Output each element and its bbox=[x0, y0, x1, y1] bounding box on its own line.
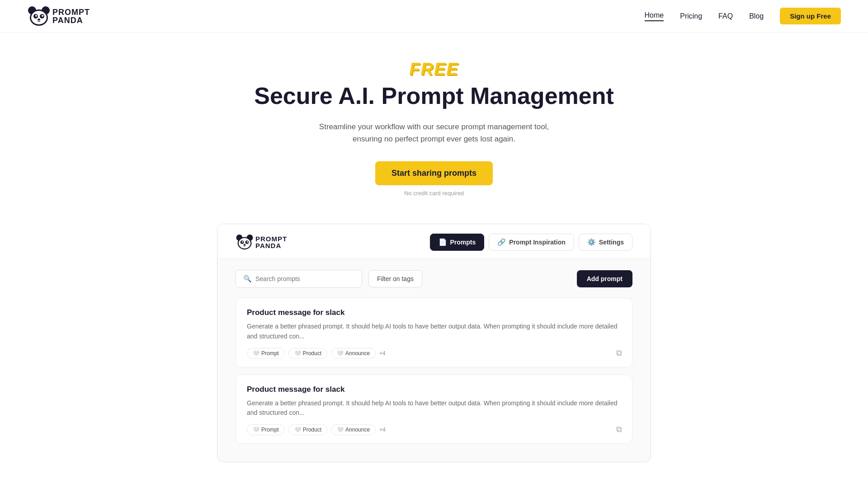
copy-prompt-button[interactable]: ⧉ bbox=[616, 425, 622, 434]
tag-announce-emoji: 🤍 bbox=[337, 350, 344, 357]
inspiration-icon: 🔗 bbox=[497, 238, 506, 246]
hero-title: Secure A.I. Prompt Management bbox=[254, 83, 614, 110]
tab-prompts[interactable]: 📄 Prompts bbox=[430, 234, 485, 251]
svg-point-16 bbox=[247, 241, 248, 243]
settings-icon: ⚙️ bbox=[587, 238, 596, 246]
tag-prompt-emoji: 🤍 bbox=[253, 427, 259, 433]
app-toolbar: 🔍 Filter on tags Add prompt bbox=[236, 270, 632, 288]
hero-section: FREE Secure A.I. Prompt Management Strea… bbox=[0, 33, 868, 215]
tag-announce-emoji: 🤍 bbox=[337, 427, 344, 433]
nav-links: Home Pricing FAQ Blog Sign up Free bbox=[645, 8, 841, 24]
prompt-card: Product message for slack Generate a bet… bbox=[236, 298, 632, 367]
hero-cta-button[interactable]: Start sharing prompts bbox=[375, 161, 493, 185]
tag-product: 🤍 Product bbox=[288, 348, 327, 359]
search-input[interactable] bbox=[255, 275, 354, 282]
tag-product-emoji: 🤍 bbox=[294, 427, 301, 433]
app-preview: PROMPT PANDA 📄 Prompts 🔗 Prompt Inspirat… bbox=[217, 224, 651, 462]
tag-product-label: Product bbox=[303, 350, 321, 357]
nav-link-blog[interactable]: Blog bbox=[749, 12, 764, 20]
prompt-card-desc: Generate a better phrased prompt. It sho… bbox=[247, 322, 621, 341]
app-logo-bottom: PANDA bbox=[255, 242, 287, 249]
app-logo-top: PROMPT bbox=[255, 235, 287, 242]
tag-announce: 🤍 Announce bbox=[331, 348, 376, 359]
tag-prompt-label: Prompt bbox=[261, 427, 279, 433]
svg-point-7 bbox=[42, 15, 43, 17]
app-panda-logo-icon bbox=[236, 233, 254, 251]
prompt-card-desc: Generate a better phrased prompt. It sho… bbox=[247, 399, 621, 418]
search-container[interactable]: 🔍 bbox=[236, 270, 362, 288]
main-nav: PROMPT PANDA Home Pricing FAQ Blog Sign … bbox=[0, 0, 868, 33]
tag-prompt-emoji: 🤍 bbox=[253, 350, 259, 357]
signup-button[interactable]: Sign up Free bbox=[780, 8, 841, 24]
tag-announce: 🤍 Announce bbox=[331, 424, 376, 435]
tag-prompt-label: Prompt bbox=[261, 350, 279, 357]
svg-point-12 bbox=[239, 238, 250, 249]
nav-logo-top: PROMPT bbox=[52, 8, 90, 16]
prompt-card: Product message for slack Generate a bet… bbox=[236, 375, 632, 444]
nav-link-faq[interactable]: FAQ bbox=[718, 12, 733, 20]
tag-product-label: Product bbox=[303, 427, 321, 433]
tag-more: +4 bbox=[379, 427, 386, 433]
tag-product-emoji: 🤍 bbox=[294, 350, 301, 357]
prompt-card-footer: 🤍 Prompt 🤍 Product 🤍 Announce +4 bbox=[247, 424, 621, 435]
copy-prompt-button[interactable]: ⧉ bbox=[616, 348, 622, 358]
tag-more: +4 bbox=[379, 350, 386, 357]
hero-no-cc-label: No credit card required bbox=[404, 190, 464, 197]
svg-point-6 bbox=[35, 15, 37, 17]
prompt-card-title: Product message for slack bbox=[247, 308, 621, 317]
tab-prompt-inspiration[interactable]: 🔗 Prompt Inspiration bbox=[489, 234, 574, 251]
copy-icon: ⧉ bbox=[616, 425, 622, 434]
tag-prompt: 🤍 Prompt bbox=[247, 348, 285, 359]
tag-announce-label: Announce bbox=[345, 427, 370, 433]
hero-free-badge: FREE bbox=[409, 60, 458, 79]
nav-link-pricing[interactable]: Pricing bbox=[680, 12, 702, 20]
tab-settings[interactable]: ⚙️ Settings bbox=[579, 234, 632, 251]
tag-prompt: 🤍 Prompt bbox=[247, 424, 285, 435]
prompts-icon: 📄 bbox=[439, 238, 447, 246]
app-nav-tabs: 📄 Prompts 🔗 Prompt Inspiration ⚙️ Settin… bbox=[430, 234, 632, 251]
nav-logo-bottom: PANDA bbox=[52, 16, 90, 24]
app-content: 🔍 Filter on tags Add prompt Product mess… bbox=[217, 259, 651, 462]
svg-point-17 bbox=[244, 244, 246, 245]
copy-icon: ⧉ bbox=[616, 348, 622, 357]
hero-subtitle: Streamline your workflow with our secure… bbox=[307, 121, 561, 145]
tab-inspiration-label: Prompt Inspiration bbox=[509, 239, 565, 246]
app-nav: PROMPT PANDA 📄 Prompts 🔗 Prompt Inspirat… bbox=[217, 224, 651, 259]
nav-link-home[interactable]: Home bbox=[645, 11, 664, 21]
tag-product: 🤍 Product bbox=[288, 424, 327, 435]
prompt-card-footer: 🤍 Prompt 🤍 Product 🤍 Announce +4 bbox=[247, 348, 621, 359]
search-icon: 🔍 bbox=[243, 275, 252, 283]
svg-point-3 bbox=[31, 11, 47, 24]
panda-logo-icon bbox=[27, 5, 51, 28]
svg-point-8 bbox=[38, 19, 40, 20]
filter-tags-button[interactable]: Filter on tags bbox=[368, 270, 422, 287]
app-logo: PROMPT PANDA bbox=[236, 233, 287, 251]
nav-logo: PROMPT PANDA bbox=[27, 5, 90, 28]
tag-announce-label: Announce bbox=[345, 350, 370, 357]
svg-point-15 bbox=[242, 241, 243, 243]
add-prompt-button[interactable]: Add prompt bbox=[577, 270, 632, 287]
tab-prompts-label: Prompts bbox=[450, 239, 476, 246]
prompt-card-title: Product message for slack bbox=[247, 385, 621, 394]
tab-settings-label: Settings bbox=[599, 239, 624, 246]
